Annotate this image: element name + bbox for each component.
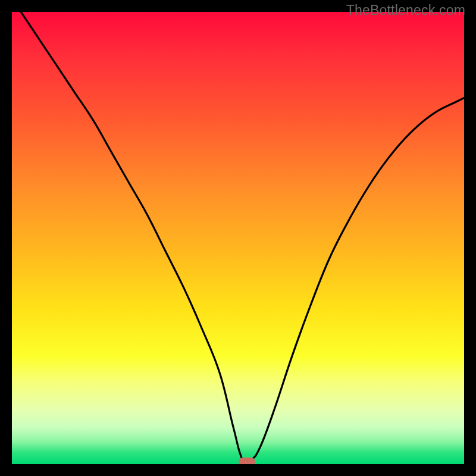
plot-area	[12, 12, 464, 464]
optimum-marker-icon	[239, 458, 255, 464]
chart-frame: TheBottleneck.com	[0, 0, 476, 476]
watermark-text: TheBottleneck.com	[346, 2, 465, 18]
bottleneck-curve	[12, 12, 464, 464]
